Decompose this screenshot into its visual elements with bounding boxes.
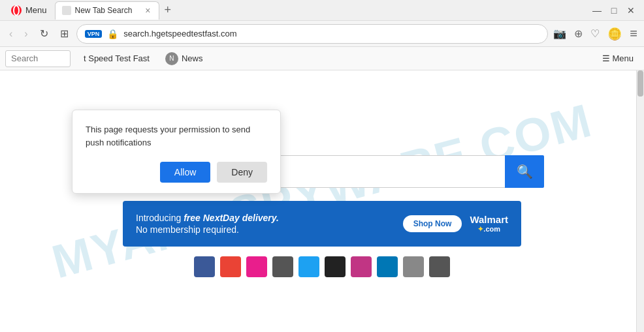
speed-test-link[interactable]: t Speed Test Fast	[76, 48, 157, 68]
reload-button[interactable]: ↻	[36, 25, 52, 42]
ad-bold-label: free NextDay delivery.	[184, 213, 279, 223]
social-icon-7[interactable]	[377, 256, 398, 277]
wallet-button[interactable]: 🪙	[606, 25, 623, 42]
minimize-button[interactable]: —	[589, 3, 605, 18]
walmart-suffix: ✦.com	[477, 225, 500, 234]
nav-search-input[interactable]	[11, 53, 63, 63]
camera-button[interactable]: 📷	[552, 26, 568, 41]
nav-links: t Speed Test Fast N News	[76, 47, 592, 70]
notification-popup: This page requests your permission to se…	[72, 110, 281, 194]
tab-title: New Tab Search	[75, 6, 140, 15]
vpn-badge: VPN	[85, 30, 103, 38]
ad-text: Introducing free NextDay delivery. No me…	[136, 213, 403, 235]
popup-buttons: Allow Deny	[86, 162, 267, 183]
lock-icon: 🔒	[107, 29, 118, 39]
social-icon-2[interactable]	[246, 256, 267, 277]
social-icon-6[interactable]	[351, 256, 372, 277]
active-tab[interactable]: New Tab Search ×	[55, 1, 159, 20]
news-icon: N	[165, 52, 178, 65]
settings-button[interactable]: ≡	[628, 25, 639, 42]
news-link[interactable]: N News	[157, 47, 211, 70]
hamburger-menu-button[interactable]: ☰ Menu	[592, 48, 644, 68]
scrollbar-thumb[interactable]	[637, 70, 643, 97]
address-bar: ‹ › ↻ ⊞ VPN 🔒 search.hgetspeedtestfast.c…	[0, 21, 644, 47]
speed-test-label: t Speed Test Fast	[84, 53, 150, 63]
social-icon-4[interactable]	[298, 256, 319, 277]
maximize-button[interactable]: □	[606, 3, 622, 18]
popup-message: This page requests your permission to se…	[86, 123, 267, 149]
scrollbar[interactable]	[636, 70, 644, 332]
nav-bar: t Speed Test Fast N News ☰ Menu	[0, 47, 644, 70]
walmart-logo: Walmart ✦.com	[470, 214, 508, 234]
tab-favicon	[62, 6, 71, 15]
tabs-area: New Tab Search × +	[55, 0, 587, 20]
social-icon-0[interactable]	[194, 256, 215, 277]
allow-button[interactable]: Allow	[160, 162, 210, 183]
shop-now-button[interactable]: Shop Now	[403, 215, 462, 232]
back-button[interactable]: ‹	[5, 25, 16, 42]
social-icon-8[interactable]	[403, 256, 424, 277]
deny-button[interactable]: Deny	[217, 162, 267, 183]
title-bar: Menu New Tab Search × + — □ ✕	[0, 0, 644, 21]
social-icon-3[interactable]	[272, 256, 293, 277]
walmart-brand: Walmart	[470, 214, 508, 225]
search-magnifier-icon: 🔍	[517, 164, 533, 179]
nav-search-box[interactable]	[5, 50, 71, 67]
forward-button[interactable]: ›	[20, 25, 31, 42]
shield-button[interactable]: ⊕	[573, 26, 584, 41]
social-icons-row	[194, 256, 450, 277]
url-bar[interactable]: VPN 🔒 search.hgetspeedtestfast.com	[76, 24, 549, 44]
social-icon-1[interactable]	[220, 256, 241, 277]
ad-banner: Introducing free NextDay delivery. No me…	[123, 201, 521, 247]
new-tab-button[interactable]: +	[159, 3, 177, 17]
main-search-button[interactable]: 🔍	[505, 155, 544, 188]
url-text: search.hgetspeedtestfast.com	[123, 29, 539, 38]
menu-label: Menu	[25, 5, 47, 15]
ad-intro: Introducing free NextDay delivery.	[136, 213, 403, 223]
ad-sub-text: No membership required.	[136, 224, 403, 235]
main-content: MYANTISPYWARE.COM 🔍 Introducing free Nex…	[0, 70, 644, 332]
address-bar-icons: 📷 ⊕ ♡ 🪙 ≡	[552, 25, 639, 42]
opera-logo-icon	[10, 5, 22, 16]
walmart-star-icon: ✦	[477, 225, 483, 233]
svg-point-0	[11, 5, 22, 16]
opera-menu-button[interactable]: Menu	[5, 2, 52, 19]
social-icon-5[interactable]	[325, 256, 346, 277]
ad-intro-label: Introducing	[136, 213, 184, 223]
social-icon-9[interactable]	[429, 256, 450, 277]
news-label: News	[182, 53, 203, 63]
heart-button[interactable]: ♡	[589, 26, 601, 41]
close-button[interactable]: ✕	[623, 3, 639, 18]
tab-close-button[interactable]: ×	[144, 5, 152, 16]
grid-button[interactable]: ⊞	[56, 25, 72, 42]
